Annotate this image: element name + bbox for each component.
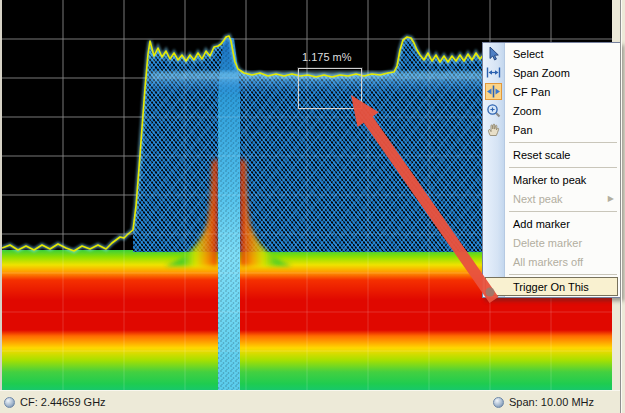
menu-item-add-marker[interactable]: Add marker: [483, 214, 620, 233]
zoom-magnifier-icon: [485, 102, 502, 119]
status-bar: CF: 2.44659 GHz Span: 10.00 MHz: [0, 390, 620, 413]
submenu-arrow-icon: ▶: [608, 194, 614, 203]
menu-item-zoom[interactable]: Zoom: [483, 101, 620, 120]
menu-item-label: Delete marker: [513, 237, 582, 249]
cf-readout-group: CF: 2.44659 GHz: [4, 396, 106, 408]
menu-item-label: Zoom: [513, 105, 541, 117]
spectrum-analyzer-window: 1.175 m% CF: 2.44659 GHz Span: 10.00 MHz…: [0, 0, 625, 413]
cf-readout-icon: [4, 397, 15, 408]
menu-item-reset-scale[interactable]: Reset scale: [483, 145, 620, 164]
span-readout-group: Span: 10.00 MHz: [493, 396, 594, 408]
cf-readout: CF: 2.44659 GHz: [20, 396, 106, 408]
menu-item-label: All markers off: [513, 256, 583, 268]
pan-hand-icon: [485, 121, 502, 138]
span-readout-icon: [493, 397, 504, 408]
menu-item-label: Next peak: [513, 193, 563, 205]
cf-pan-icon: [485, 83, 502, 100]
context-menu: SelectSpan ZoomCF PanZoomPanReset scaleM…: [482, 42, 621, 298]
menu-item-pan[interactable]: Pan: [483, 120, 620, 139]
measurement-label: 1.175 m%: [302, 51, 352, 63]
menu-item-span-zoom[interactable]: Span Zoom: [483, 63, 620, 82]
menu-item-label: Span Zoom: [513, 67, 570, 79]
menu-item-label: Select: [513, 48, 544, 60]
menu-item-label: Trigger On This: [513, 281, 589, 293]
menu-item-label: Pan: [513, 124, 533, 136]
menu-item-delete-marker: Delete marker: [483, 233, 620, 252]
menu-item-trigger-on-this[interactable]: Trigger On This: [485, 277, 618, 296]
trigger-selection-box[interactable]: [298, 68, 362, 109]
menu-item-marker-to-peak[interactable]: Marker to peak: [483, 170, 620, 189]
span-zoom-icon: [485, 64, 502, 81]
menu-item-cf-pan[interactable]: CF Pan: [483, 82, 620, 101]
window-edge-highlight: [621, 0, 622, 413]
menu-item-next-peak: Next peak▶: [483, 189, 620, 208]
menu-item-all-markers-off: All markers off: [483, 252, 620, 271]
menu-item-label: Add marker: [513, 218, 570, 230]
span-readout: Span: 10.00 MHz: [509, 396, 594, 408]
menu-item-label: Reset scale: [513, 149, 570, 161]
cursor-arrow-icon: [485, 45, 502, 62]
menu-item-label: CF Pan: [513, 86, 550, 98]
menu-item-select[interactable]: Select: [483, 44, 620, 63]
menu-item-label: Marker to peak: [513, 174, 586, 186]
